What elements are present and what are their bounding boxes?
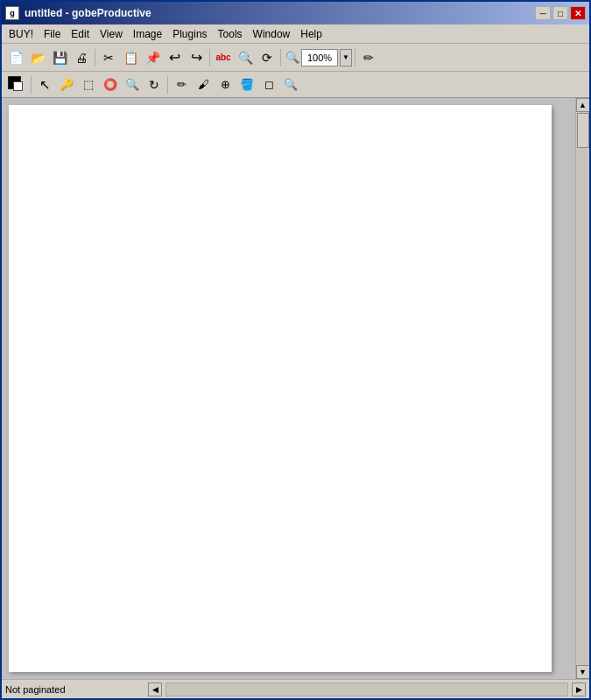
main-window: g untitled - gobeProductive ─ □ ✕ BUY! F… <box>0 0 591 700</box>
canvas-area[interactable] <box>2 98 575 679</box>
fill-tool[interactable]: 🪣 <box>236 74 257 95</box>
pencil-tool[interactable]: ✏ <box>171 74 192 95</box>
zoom-area: 🔍 ▼ <box>285 49 352 66</box>
scroll-left-button[interactable]: ◀ <box>148 682 162 696</box>
menu-file[interactable]: File <box>39 26 66 42</box>
status-bar: Not paginated ◀ ▶ <box>2 679 589 698</box>
paste-button[interactable]: 📌 <box>142 47 163 68</box>
close-button[interactable]: ✕ <box>570 6 586 20</box>
document-page <box>9 105 552 672</box>
menu-bar: BUY! File Edit View Image Plugins Tools … <box>2 24 589 44</box>
copy-button[interactable]: 📋 <box>120 47 141 68</box>
menu-help[interactable]: Help <box>295 26 327 42</box>
menu-image[interactable]: Image <box>128 26 167 42</box>
maximize-button[interactable]: □ <box>552 6 568 20</box>
rectangle-select-tool[interactable]: ⬚ <box>78 74 99 95</box>
save-button[interactable]: 💾 <box>49 47 70 68</box>
color-selector[interactable] <box>5 74 28 96</box>
spell-button[interactable]: abc <box>213 47 234 68</box>
redo-button[interactable]: ↪ <box>186 47 207 68</box>
find-button[interactable]: 🔍 <box>235 47 256 68</box>
replace-button[interactable]: ⟳ <box>257 47 278 68</box>
window-controls: ─ □ ✕ <box>535 6 586 20</box>
scroll-right-button[interactable]: ▶ <box>572 682 586 696</box>
menu-edit[interactable]: Edit <box>66 26 95 42</box>
scroll-up-button[interactable]: ▲ <box>576 98 590 112</box>
toolbar-tools: ↖ 🔑 ⬚ ⭕ 🔍 ↻ ✏ 🖌 ⊕ 🪣 ◻ 🔍 <box>2 72 589 98</box>
title-bar: g untitled - gobeProductive ─ □ ✕ <box>2 2 589 24</box>
pointer-tool[interactable]: ↖ <box>34 74 55 95</box>
menu-view[interactable]: View <box>95 26 128 42</box>
zoom-tool[interactable]: 🔍 <box>122 74 143 95</box>
open-button[interactable]: 📂 <box>27 47 48 68</box>
menu-window[interactable]: Window <box>248 26 296 42</box>
toolbar-separator-1 <box>95 49 95 66</box>
tools-separator-2 <box>167 76 168 94</box>
app-icon: g <box>5 6 19 20</box>
window-title: untitled - gobeProductive <box>25 7 535 19</box>
new-button[interactable]: 📄 <box>5 47 26 68</box>
scrollbar-right: ▲ ▼ <box>575 98 589 679</box>
scroll-track-right[interactable] <box>576 112 590 665</box>
scroll-thumb-right[interactable] <box>577 113 589 148</box>
freeform-select-tool[interactable]: 🔑 <box>56 74 77 95</box>
status-text: Not paginated <box>5 684 144 695</box>
main-area: ▲ ▼ <box>2 98 589 679</box>
menu-tools[interactable]: Tools <box>213 26 248 42</box>
menu-buy[interactable]: BUY! <box>4 26 39 42</box>
properties-button[interactable]: ✏ <box>358 47 379 68</box>
toolbar-separator-4 <box>355 49 355 66</box>
zoom-dropdown[interactable]: ▼ <box>340 49 352 66</box>
toolbar-separator-2 <box>209 49 210 66</box>
scroll-down-button[interactable]: ▼ <box>576 665 590 679</box>
toolbar-main: 📄 📂 💾 🖨 ✂ 📋 📌 ↩ ↪ abc 🔍 ⟳ 🔍 ▼ ✏ <box>2 44 589 72</box>
toolbar-separator-3 <box>280 49 281 66</box>
menu-plugins[interactable]: Plugins <box>167 26 212 42</box>
lasso-tool[interactable]: ⭕ <box>100 74 121 95</box>
zoom-icon: 🔍 <box>285 51 299 64</box>
cut-button[interactable]: ✂ <box>98 47 119 68</box>
rotate-tool[interactable]: ↻ <box>144 74 165 95</box>
search-magic-tool[interactable]: 🔍 <box>280 74 301 95</box>
scroll-track-bottom[interactable] <box>165 682 568 696</box>
clone-tool[interactable]: ⊕ <box>215 74 236 95</box>
minimize-button[interactable]: ─ <box>535 6 551 20</box>
tools-separator-1 <box>31 76 32 94</box>
eraser-tool[interactable]: ◻ <box>258 74 279 95</box>
undo-button[interactable]: ↩ <box>164 47 185 68</box>
zoom-input[interactable] <box>301 49 338 66</box>
brush-tool[interactable]: 🖌 <box>193 74 214 95</box>
print-button[interactable]: 🖨 <box>71 47 92 68</box>
